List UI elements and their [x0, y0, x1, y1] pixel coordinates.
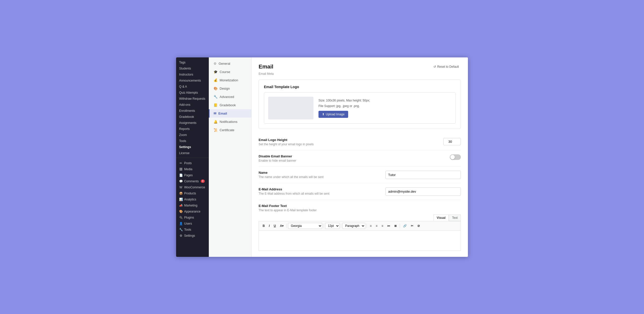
sidebar-item-comments[interactable]: 💬 Comments 8: [176, 178, 209, 184]
sidebar-item-users[interactable]: 👤 Users: [176, 221, 209, 227]
logo-height-desc: Set the height of your email logo in pix…: [259, 143, 380, 146]
logo-upload-area: Size: 100x36 pixels, Max height: 50px; F…: [264, 92, 456, 124]
editor-body[interactable]: [259, 231, 461, 251]
align-left-button[interactable]: ≡: [368, 223, 373, 229]
posts-icon: ✏: [179, 161, 183, 165]
mid-nav-general[interactable]: ⚙ General: [209, 59, 251, 68]
design-icon: 🎨: [214, 87, 218, 90]
sidebar-item-enrollments[interactable]: Enrollments: [176, 108, 209, 114]
sidebar-item-gradebook[interactable]: Gradebook: [176, 114, 209, 120]
sidebar-item-instructors[interactable]: Instructors: [176, 72, 209, 78]
mid-nav-certificate[interactable]: 📜 Certificate: [209, 126, 251, 134]
sidebar-item-appearance[interactable]: 🎨 Appearance: [176, 208, 209, 215]
sidebar-item-posts[interactable]: ✏ Posts: [176, 160, 209, 166]
name-input[interactable]: [385, 171, 461, 179]
mid-nav-advanced[interactable]: 🔧 Advanced: [209, 93, 251, 101]
footer-text-section: E-Mail Footer Text The text to appear in…: [259, 204, 461, 251]
reset-icon: ↺: [433, 65, 436, 68]
clear-format-button[interactable]: ⊘: [416, 223, 422, 229]
unlink-button[interactable]: ✂: [409, 223, 415, 229]
editor-tabs: Visual Text: [259, 215, 461, 221]
sidebar-item-settings[interactable]: Settings: [176, 144, 209, 150]
wp-tools-icon: 🔧: [179, 228, 183, 231]
sidebar-item-reports[interactable]: Reports: [176, 126, 209, 132]
bold-button[interactable]: B: [261, 223, 267, 229]
sidebar-item-plugins[interactable]: 🔌 Plugins: [176, 215, 209, 221]
toolbar-divider-2: [324, 224, 324, 228]
general-icon: ⚙: [214, 62, 217, 65]
app-wrapper: Tags Students Instructors Announcements …: [176, 57, 468, 257]
font-family-select[interactable]: Georgia Arial Times New Roman: [288, 223, 322, 229]
sidebar-item-announcements[interactable]: Announcements: [176, 78, 209, 84]
sidebar-item-wp-settings[interactable]: ⚙ Settings: [176, 233, 209, 239]
logo-height-label-group: Email Logo Height Set the height of your…: [259, 138, 380, 146]
email-address-row: E-Mail Address The E-Mail address from w…: [259, 183, 461, 200]
align-right-button[interactable]: ≡: [380, 223, 385, 229]
notifications-icon: 🔔: [214, 120, 218, 124]
ordered-list-button[interactable]: ≔: [385, 223, 392, 229]
sidebar-item-analytics[interactable]: 📊 Analytics: [176, 196, 209, 202]
sidebar-item-assignments[interactable]: Assignments: [176, 120, 209, 126]
sidebar-item-woocommerce[interactable]: W WooCommerce: [176, 184, 209, 190]
name-label: Name: [259, 171, 380, 175]
reset-to-default-button[interactable]: ↺ Reset to Default: [431, 64, 461, 69]
sidebar-item-withdraw-requests[interactable]: Withdraw Requests: [176, 96, 209, 102]
unordered-list-button[interactable]: ≣: [392, 223, 398, 229]
align-center-button[interactable]: ≡: [374, 223, 379, 229]
sidebar-item-pages[interactable]: 📄 Pages: [176, 172, 209, 178]
page-title: Email: [259, 63, 273, 70]
disable-banner-desc: Enable to hide email banner: [259, 159, 380, 162]
tab-text[interactable]: Text: [449, 215, 461, 221]
mid-nav-notifications[interactable]: 🔔 Notifications: [209, 118, 251, 126]
name-row: Name The name under which all the emails…: [259, 167, 461, 183]
template-logo-card: Email Template Logo Size: 100x36 pixels,…: [259, 80, 461, 129]
editor-toolbar: B I U A▾ Georgia Arial Times New Roman 1…: [259, 221, 461, 231]
mid-nav-design[interactable]: 🎨 Design: [209, 84, 251, 93]
monetization-icon: 💰: [214, 78, 218, 82]
tab-visual[interactable]: Visual: [433, 215, 449, 221]
main-header: Email ↺ Reset to Default: [259, 63, 461, 70]
plugins-icon: 🔌: [179, 216, 183, 219]
editor-container: Visual Text B I U A▾ Georgia Arial Times…: [259, 215, 461, 251]
logo-file-support: File Support: jpg, .jpeg or .png.: [318, 103, 370, 109]
logo-info-block: Size: 100x36 pixels, Max height: 50px; F…: [318, 98, 370, 118]
disable-banner-toggle[interactable]: [450, 154, 461, 160]
sidebar-item-tags[interactable]: Tags: [176, 59, 209, 65]
media-icon: 🖼: [179, 167, 183, 171]
email-address-input[interactable]: [385, 187, 461, 196]
sidebar-item-products[interactable]: 📦 Products: [176, 190, 209, 196]
sidebar-item-wp-tools[interactable]: 🔧 Tools: [176, 227, 209, 233]
email-address-label: E-Mail Address: [259, 187, 380, 191]
woo-icon: W: [179, 186, 183, 189]
format-select[interactable]: Paragraph Heading 1 Heading 2: [342, 223, 365, 229]
sidebar-item-media[interactable]: 🖼 Media: [176, 166, 209, 172]
disable-banner-label-group: Disable Email Banner Enable to hide emai…: [259, 154, 380, 162]
mid-nav-monetization[interactable]: 💰 Monetization: [209, 76, 251, 84]
sidebar-item-qa[interactable]: Q & A: [176, 84, 209, 90]
link-button[interactable]: 🔗: [401, 223, 409, 229]
sidebar-item-tools[interactable]: Tools: [176, 138, 209, 144]
upload-icon: ⬆: [322, 113, 325, 116]
mid-nav-gradebook[interactable]: 📒 Gradebook: [209, 101, 251, 109]
sidebar-item-marketing[interactable]: 📣 Marketing: [176, 202, 209, 208]
sidebar-item-license[interactable]: License: [176, 150, 209, 156]
marketing-icon: 📣: [179, 204, 183, 207]
sidebar-item-quiz-attempts[interactable]: Quiz Attempts: [176, 90, 209, 96]
comments-badge: 8: [201, 180, 205, 183]
logo-height-row: Email Logo Height Set the height of your…: [259, 134, 461, 150]
email-address-label-group: E-Mail Address The E-Mail address from w…: [259, 187, 380, 195]
text-color-button[interactable]: A▾: [278, 223, 286, 229]
pages-icon: 📄: [179, 173, 183, 177]
italic-button[interactable]: I: [267, 223, 271, 229]
font-size-select[interactable]: 12pt 10pt 14pt 16pt: [325, 223, 340, 229]
users-icon: 👤: [179, 222, 183, 225]
mid-nav-email[interactable]: ✉ Email: [209, 109, 251, 118]
upload-image-button[interactable]: ⬆ Upload Image: [318, 111, 348, 118]
mid-nav-course[interactable]: 🎓 Course: [209, 68, 251, 76]
logo-height-input[interactable]: [443, 138, 461, 145]
sidebar-item-students[interactable]: Students: [176, 65, 209, 72]
underline-button[interactable]: U: [272, 223, 278, 229]
sidebar-item-zoom[interactable]: Zoom: [176, 132, 209, 138]
sidebar-item-addons[interactable]: Add-ons: [176, 102, 209, 108]
wp-settings-icon: ⚙: [179, 234, 183, 237]
